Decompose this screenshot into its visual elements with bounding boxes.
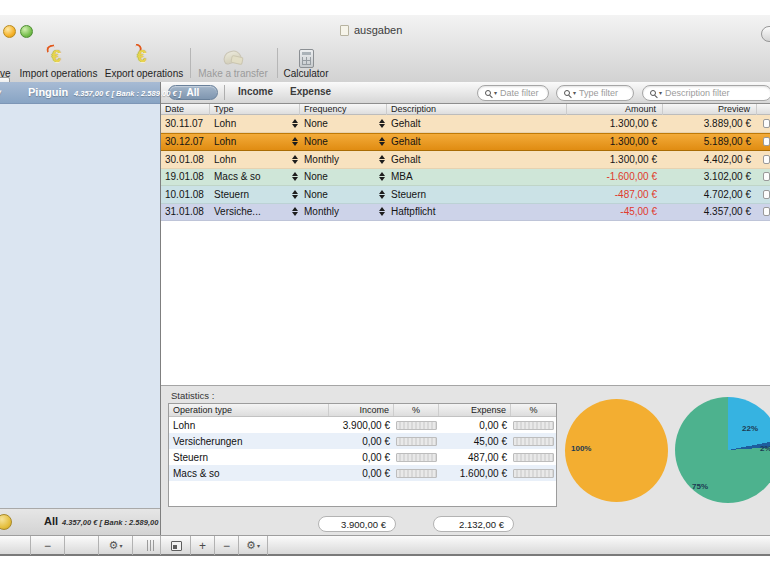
minus-icon: − xyxy=(44,539,51,553)
preview-checkbox[interactable] xyxy=(763,155,770,164)
zoom-button[interactable] xyxy=(20,25,33,38)
column-header-frequency[interactable]: Frequency xyxy=(300,104,387,115)
stats-income: 3.900,00 € xyxy=(329,417,394,433)
cell-description: Gehalt xyxy=(387,134,567,151)
frequency-popup-stepper[interactable] xyxy=(379,119,385,128)
stats-row: Macs & so 0,00 € 1.600,00 € xyxy=(169,465,556,481)
date-filter-input[interactable]: ▾ Date filter xyxy=(477,85,549,101)
toggle-statistics-button[interactable] xyxy=(163,536,189,555)
chevron-down-icon: ▾ xyxy=(573,90,576,96)
preview-checkbox[interactable] xyxy=(763,207,770,216)
table-row[interactable]: 30.11.07 Lohn None Gehalt 1.300,00 € 3.8… xyxy=(161,115,770,133)
tab-income[interactable]: Income xyxy=(238,86,273,97)
frequency-popup-stepper[interactable] xyxy=(379,190,385,199)
cell-checkbox xyxy=(757,134,770,151)
cell-type: Lohn xyxy=(210,115,300,132)
tab-expense[interactable]: Expense xyxy=(290,86,331,97)
cell-amount: -487,00 € xyxy=(567,186,663,203)
frequency-popup-stepper[interactable] xyxy=(379,207,385,216)
frequency-popup-stepper[interactable] xyxy=(379,172,385,181)
import-operations-button[interactable]: € Import operations xyxy=(21,46,96,80)
stats-expense: 45,00 € xyxy=(439,433,511,449)
stats-income-bar xyxy=(394,433,439,449)
cell-checkbox xyxy=(757,204,770,221)
calculator-icon xyxy=(299,49,314,68)
statistics-header: Operation type Income % Expense % xyxy=(169,404,556,417)
table-row[interactable]: 10.01.08 Steuern None Steuern -487,00 € … xyxy=(161,186,770,204)
toolbar-overflow-button[interactable] xyxy=(761,26,770,42)
column-header-preview[interactable]: Preview xyxy=(663,104,757,115)
preview-checkbox[interactable] xyxy=(763,172,770,181)
resize-grip[interactable] xyxy=(147,540,154,551)
cell-checkbox xyxy=(757,115,770,132)
stats-income: 0,00 € xyxy=(329,449,394,465)
search-icon xyxy=(650,90,656,96)
minimize-button[interactable] xyxy=(3,25,16,38)
remove-account-button[interactable]: − xyxy=(31,536,64,555)
gear-icon: ⚙ xyxy=(109,539,119,552)
remove-operation-button[interactable]: − xyxy=(215,536,238,555)
window-title: ausgaben xyxy=(354,24,402,36)
chevron-down-icon: ▾ xyxy=(257,542,260,549)
frequency-popup-stepper[interactable] xyxy=(379,137,385,146)
sidebar-total-label: All xyxy=(44,515,58,527)
type-popup-stepper[interactable] xyxy=(292,137,298,146)
search-icon xyxy=(485,90,491,96)
operation-actions-button[interactable]: ⚙▾ xyxy=(239,536,267,555)
stats-name: Lohn xyxy=(169,417,329,433)
table-row-selected[interactable]: 30.12.07 Lohn None Gehalt 1.300,00 € 5.1… xyxy=(161,133,770,152)
stats-income-bar xyxy=(394,465,439,481)
column-header-type[interactable]: Type xyxy=(210,104,300,115)
preview-checkbox[interactable] xyxy=(763,190,770,199)
cell-preview: 4.702,00 € xyxy=(663,186,757,203)
type-popup-stepper[interactable] xyxy=(292,119,298,128)
export-operations-button[interactable]: € Export operations xyxy=(106,46,182,80)
type-popup-stepper[interactable] xyxy=(292,172,298,181)
add-operation-button[interactable]: + xyxy=(191,536,214,555)
sidebar-actions-button[interactable]: ⚙▾ xyxy=(99,536,132,555)
chevron-down-icon: ▾ xyxy=(119,542,122,549)
stats-expense: 0,00 € xyxy=(439,417,511,433)
calculator-button[interactable]: Calculator xyxy=(284,46,328,80)
stats-row: Versicherungen 0,00 € 45,00 € xyxy=(169,433,556,449)
divider xyxy=(132,536,133,555)
cell-description: Steuern xyxy=(387,186,567,203)
filter-bar: All Income Expense ▾ Date filter ▾ Type … xyxy=(160,82,770,104)
table-row[interactable]: 31.01.08 Versiche... Monthly Haftpflicht… xyxy=(161,204,770,222)
stats-expense-bar xyxy=(511,433,556,449)
column-header-description[interactable]: Description xyxy=(387,104,567,115)
frequency-popup-stepper[interactable] xyxy=(379,155,385,164)
table-row[interactable]: 19.01.08 Macs & so None MBA -1.600,00 € … xyxy=(161,169,770,187)
sidebar-item-pinguin[interactable]: ▾ Pinguin 4.357,00 € [ Bank : 2.589,00 €… xyxy=(0,82,160,104)
type-popup-stepper[interactable] xyxy=(292,190,298,199)
pie-label-2: 2% xyxy=(760,444,770,453)
table-row[interactable]: 30.01.08 Lohn Monthly Gehalt 1.300,00 € … xyxy=(161,151,770,169)
type-popup-stepper[interactable] xyxy=(292,207,298,216)
stats-name: Versicherungen xyxy=(169,433,329,449)
type-filter-input[interactable]: ▾ Type filter xyxy=(556,85,634,101)
stats-col-income: Income xyxy=(329,404,394,416)
save-button[interactable]: ve xyxy=(0,46,11,80)
plus-icon: + xyxy=(199,539,206,553)
preview-checkbox[interactable] xyxy=(763,137,770,146)
stats-row: Lohn 3.900,00 € 0,00 € xyxy=(169,417,556,433)
make-transfer-button[interactable]: Make a transfer xyxy=(200,46,266,80)
column-header-amount[interactable]: Amount xyxy=(567,104,663,115)
divider xyxy=(160,536,161,555)
cell-amount: -1.600,00 € xyxy=(567,169,663,186)
divider xyxy=(267,536,268,555)
statistics-title: Statistics : xyxy=(171,390,214,401)
disclosure-triangle-icon[interactable]: ▾ xyxy=(0,87,2,97)
cell-type: Steuern xyxy=(210,186,300,203)
tab-separator xyxy=(224,85,225,100)
column-header-checkbox[interactable] xyxy=(757,104,770,115)
pie-label-75: 75% xyxy=(692,482,708,491)
description-filter-input[interactable]: ▾ Description filter xyxy=(642,85,770,101)
preview-checkbox[interactable] xyxy=(763,119,770,128)
cell-amount: 1.300,00 € xyxy=(567,134,663,151)
type-popup-stepper[interactable] xyxy=(292,155,298,164)
search-icon xyxy=(564,90,570,96)
cell-date: 31.01.08 xyxy=(161,204,210,221)
cell-amount: -45,00 € xyxy=(567,204,663,221)
column-header-date[interactable]: Date xyxy=(161,104,210,115)
